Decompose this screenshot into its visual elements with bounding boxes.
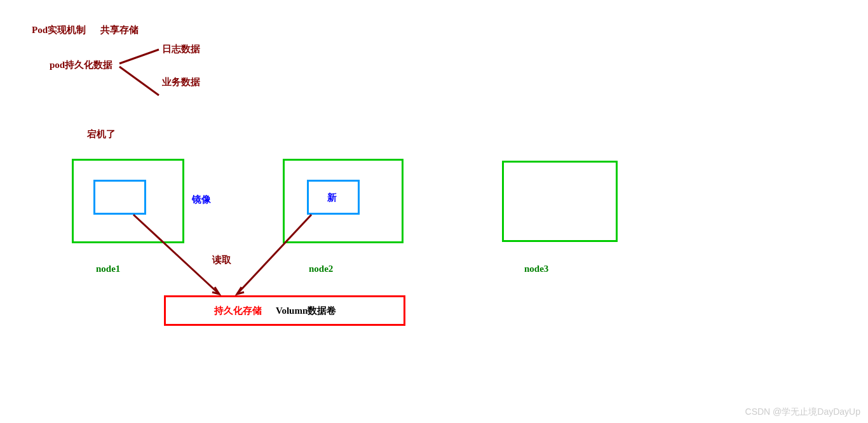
node3-box: [502, 161, 618, 242]
node2-label: node2: [309, 264, 333, 274]
node1-label: node1: [96, 264, 120, 274]
node3-label: node3: [524, 264, 548, 274]
title-pod-mechanism: Pod实现机制: [32, 24, 86, 36]
title-shared-storage: 共享存储: [100, 24, 139, 36]
mirror-label: 镜像: [192, 194, 211, 206]
new-label: 新: [327, 192, 337, 204]
storage-label1: 持久化存储: [214, 305, 262, 317]
branch-log-data: 日志数据: [162, 43, 200, 55]
watermark: CSDN @学无止境DayDayUp: [745, 406, 860, 418]
read-label: 读取: [212, 254, 231, 266]
pod-persist-data-label: pod持久化数据: [50, 59, 112, 71]
node1-inner-box: [93, 180, 146, 215]
svg-line-0: [119, 50, 159, 64]
branch-biz-data: 业务数据: [162, 76, 200, 88]
storage-label2: Volumn数据卷: [276, 305, 336, 317]
status-down: 宕机了: [87, 128, 116, 140]
svg-line-1: [119, 67, 159, 95]
